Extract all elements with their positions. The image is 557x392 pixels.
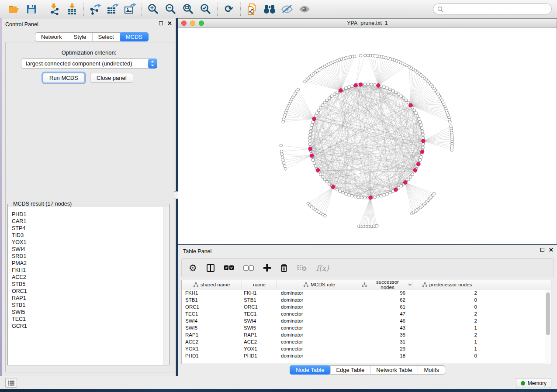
table-cell[interactable]: connector: [277, 310, 362, 317]
table-cell[interactable]: 61: [362, 303, 412, 310]
column-header-shared-name[interactable]: shared name: [182, 280, 242, 289]
table-cell[interactable]: 2: [412, 310, 482, 317]
show-panels-button[interactable]: [5, 378, 17, 388]
column-header-name[interactable]: name: [242, 280, 277, 289]
network-graph[interactable]: [178, 28, 557, 244]
table-scrollbar[interactable]: [545, 290, 550, 364]
duplicate-network-button[interactable]: [243, 2, 261, 17]
table-cell[interactable]: 1: [412, 338, 482, 345]
table-cell[interactable]: dominator: [277, 317, 362, 324]
mcds-result-item[interactable]: ORC1: [8, 288, 169, 295]
dominator-node[interactable]: [377, 84, 381, 88]
table-cell[interactable]: 96: [362, 289, 412, 296]
table-cell[interactable]: 47: [362, 310, 412, 317]
table-cell[interactable]: 62: [362, 296, 412, 303]
table-cell[interactable]: STB1: [182, 296, 242, 303]
close-panel-icon[interactable]: ✕: [549, 248, 554, 252]
table-cell[interactable]: PHD1: [182, 352, 242, 359]
table-row[interactable]: YOX1YOX1connector291: [182, 345, 551, 352]
column-settings-button[interactable]: ⚙: [189, 261, 197, 275]
dominator-node[interactable]: [354, 83, 358, 87]
tab-motifs[interactable]: Motifs: [418, 366, 445, 374]
mcds-result-item[interactable]: YOX1: [8, 239, 169, 246]
table-cell[interactable]: 2: [412, 317, 482, 324]
table-cell[interactable]: RAP1: [242, 331, 277, 338]
table-cell[interactable]: connector: [277, 345, 362, 352]
table-cell[interactable]: 0: [412, 303, 482, 310]
mcds-result-item[interactable]: SWI5: [8, 309, 169, 316]
table-cell[interactable]: SWI5: [182, 324, 242, 331]
table-cell[interactable]: 43: [362, 324, 412, 331]
mcds-result-item[interactable]: FKH1: [8, 267, 169, 274]
refresh-view-button[interactable]: ⟳: [220, 2, 238, 17]
table-row[interactable]: RAP1RAP1dominator352: [182, 331, 551, 338]
mcds-list-scrollbar[interactable]: [163, 207, 169, 365]
table-row[interactable]: STB1STB1dominator620: [182, 296, 551, 303]
tab-mcds[interactable]: MCDS: [120, 32, 149, 41]
mcds-result-item[interactable]: STP4: [8, 225, 169, 232]
dominator-node[interactable]: [339, 89, 343, 93]
mcds-result-item[interactable]: SRD1: [8, 253, 169, 260]
table-cell[interactable]: 29: [362, 345, 412, 352]
export-image-button[interactable]: [121, 2, 139, 17]
table-cell[interactable]: PHD1: [242, 352, 277, 359]
dominator-node[interactable]: [403, 181, 407, 185]
search-input[interactable]: [443, 6, 547, 12]
table-cell[interactable]: connector: [277, 324, 362, 331]
table-cell[interactable]: connector: [277, 338, 362, 345]
dominator-node[interactable]: [331, 185, 335, 189]
run-mcds-button[interactable]: Run MCDS: [43, 73, 85, 83]
import-table-button[interactable]: [63, 2, 81, 17]
function-builder-button[interactable]: f(x): [316, 261, 329, 275]
dominator-node[interactable]: [359, 83, 363, 86]
mcds-result-item[interactable]: STB5: [8, 281, 169, 288]
table-cell[interactable]: 1: [412, 324, 482, 331]
table-row[interactable]: PHD1PHD1dominator180: [182, 352, 551, 359]
delete-table-button[interactable]: [297, 261, 307, 275]
tab-network-table[interactable]: Network Table: [370, 366, 418, 374]
table-row[interactable]: ORC1ORC1dominator610: [182, 303, 551, 310]
dominator-node[interactable]: [312, 117, 316, 121]
hide-selected-button[interactable]: [278, 2, 296, 17]
open-file-button[interactable]: [5, 2, 23, 17]
table-cell[interactable]: FKH1: [242, 289, 277, 296]
table-row[interactable]: FKH1FKH1dominator962: [182, 289, 551, 296]
save-session-button[interactable]: [23, 2, 40, 17]
close-panel-icon[interactable]: ✕: [167, 21, 172, 25]
tab-select[interactable]: Select: [93, 33, 120, 41]
table-cell[interactable]: YOX1: [242, 345, 277, 352]
network-window-titlebar[interactable]: YPA_prune.txt_1: [178, 19, 557, 28]
table-cell[interactable]: SWI5: [242, 324, 277, 331]
select-all-button[interactable]: [224, 261, 234, 275]
close-panel-button[interactable]: Close panel: [90, 73, 133, 83]
table-cell[interactable]: dominator: [277, 331, 362, 338]
mcds-result-item[interactable]: SWI4: [8, 246, 169, 253]
delete-column-button[interactable]: [280, 261, 287, 275]
table-cell[interactable]: dominator: [277, 296, 362, 303]
export-network-button[interactable]: [86, 2, 104, 17]
mcds-result-item[interactable]: PHD1: [8, 211, 169, 218]
table-cell[interactable]: 0: [412, 352, 482, 359]
table-cell[interactable]: 1: [412, 345, 482, 352]
table-cell[interactable]: RAP1: [182, 331, 242, 338]
show-all-button[interactable]: [296, 2, 313, 17]
mcds-result-item[interactable]: RAP1: [8, 295, 169, 302]
splitter-handle[interactable]: [174, 191, 178, 199]
table-row[interactable]: ACE2ACE2connector311: [182, 338, 551, 345]
zoom-fit-button[interactable]: [180, 2, 197, 17]
optimization-criterion-select[interactable]: largest connected component (undirected): [21, 58, 157, 69]
table-cell[interactable]: ORC1: [182, 303, 242, 310]
zoom-out-button[interactable]: [162, 2, 180, 17]
table-cell[interactable]: ACE2: [182, 338, 242, 345]
deselect-all-button[interactable]: [243, 261, 254, 275]
network-canvas[interactable]: [178, 28, 557, 244]
table-cell[interactable]: ACE2: [242, 338, 277, 345]
tab-network[interactable]: Network: [35, 33, 68, 41]
table-cell[interactable]: 2: [412, 331, 482, 338]
table-cell[interactable]: FKH1: [182, 289, 242, 296]
table-cell[interactable]: 46: [362, 317, 412, 324]
dominator-node[interactable]: [422, 139, 426, 143]
table-cell[interactable]: SWI4: [182, 317, 242, 324]
table-cell[interactable]: dominator: [277, 303, 362, 310]
dominator-node[interactable]: [369, 196, 373, 199]
